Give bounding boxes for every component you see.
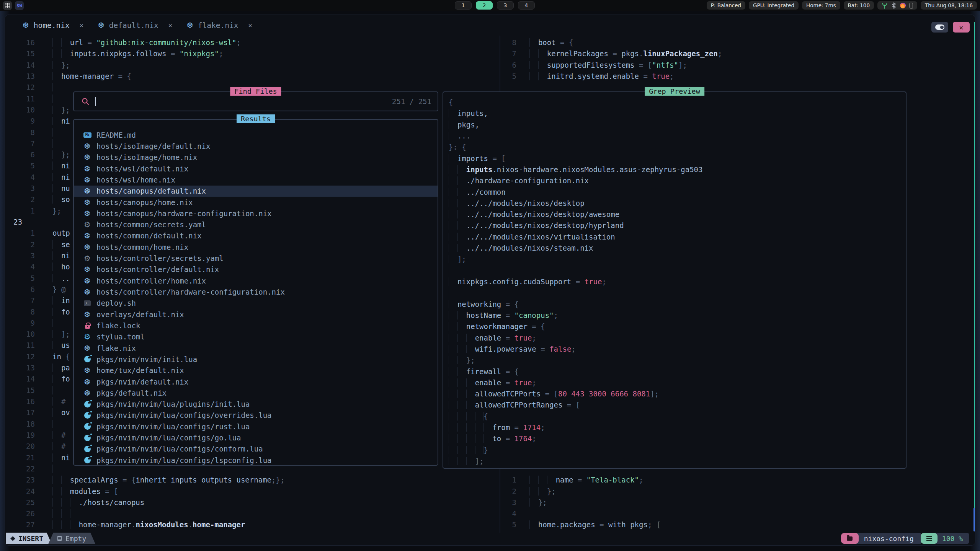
line-number: 22 [5, 463, 37, 474]
line-number: 8 [5, 306, 37, 318]
gear-glyph: ⚙ [84, 221, 91, 228]
progress-value: 100 % [934, 533, 969, 544]
result-item[interactable]: ⚙stylua.toml [74, 331, 438, 342]
code-text: in [52, 295, 70, 306]
scrollbar-track[interactable] [974, 22, 975, 530]
sign-column [37, 474, 52, 486]
line-number: 10 [5, 329, 37, 340]
code-line: 3 }; [500, 497, 975, 508]
code-text [52, 82, 61, 93]
result-item[interactable]: ❆hosts/isoImage/default.nix [74, 140, 438, 152]
sign-column [37, 37, 52, 48]
lua-glyph [84, 446, 91, 452]
result-item[interactable]: pkgs/nvim/nvim/init.lua [74, 354, 438, 365]
result-item[interactable]: pkgs/nvim/nvim/lua/configs/overrides.lua [74, 410, 438, 421]
result-item[interactable]: ❯_deploy.sh [74, 298, 438, 309]
result-item[interactable]: ❆pkgs/default.nix [74, 387, 438, 398]
sign-column [37, 385, 52, 396]
result-item[interactable]: ❆home/tux/default.nix [74, 365, 438, 376]
result-item[interactable]: pkgs/nvim/nvim/lua/configs/go.lua [74, 432, 438, 443]
code-text: }; [529, 497, 547, 508]
result-item[interactable]: ❆overlays/default.nix [74, 309, 438, 320]
workspace-button-3[interactable]: 3 [497, 1, 514, 10]
statusline: INSERT Empty nixos-config 100 % [6, 533, 974, 544]
result-filename: pkgs/nvim/nvim/init.lua [96, 355, 197, 364]
result-item[interactable]: M↓README.md [74, 129, 438, 140]
code-text: ni [52, 160, 70, 171]
result-item[interactable]: ❆hosts/canopus/hardware-configuration.ni… [74, 208, 438, 219]
result-item[interactable]: ❆hosts/common/default.nix [74, 230, 438, 241]
toggle-button[interactable] [931, 22, 948, 33]
result-item[interactable]: ❆flake.nix [74, 342, 438, 354]
tab-close-button[interactable]: ✕ [168, 21, 172, 29]
line-number: 4 [5, 261, 37, 272]
sign-column [37, 441, 52, 452]
nix-icon: ❆ [83, 367, 91, 374]
scrollbar-thumb[interactable] [973, 508, 975, 531]
result-item[interactable]: flake.lock [74, 320, 438, 331]
gear-gray-icon: ⚙ [83, 221, 91, 228]
lua-icon [83, 356, 91, 362]
tab-label: home.nix [34, 21, 70, 30]
result-item[interactable]: ❆hosts/canopus/default.nix [74, 186, 438, 197]
app-launcher-button[interactable] [3, 1, 12, 10]
bluetooth-icon[interactable] [892, 2, 896, 9]
workspace-button-2[interactable]: 2 [476, 1, 493, 10]
result-item[interactable]: ❆hosts/controller/hardware-configuration… [74, 286, 438, 297]
topbar-left: $W [3, 1, 24, 10]
tab-home.nix[interactable]: ❆home.nix✕ [23, 21, 83, 30]
result-item[interactable]: ❆hosts/controller/default.nix [74, 264, 438, 275]
code-text: }; [529, 486, 556, 497]
result-item[interactable]: pkgs/nvim/nvim/lua/plugins/init.lua [74, 399, 438, 410]
line-number: 5 [5, 273, 37, 284]
result-item[interactable]: ❆hosts/wsl/default.nix [74, 163, 438, 174]
result-item[interactable]: ❆hosts/canopus/home.nix [74, 197, 438, 208]
result-filename: pkgs/nvim/nvim/lua/configs/go.lua [96, 434, 241, 442]
result-item[interactable]: pkgs/nvim/nvim/lua/configs/rust.lua [74, 421, 438, 432]
media-icon[interactable] [900, 3, 906, 8]
result-item[interactable]: ❆hosts/common/home.nix [74, 241, 438, 253]
tab-default.nix[interactable]: ❆default.nix✕ [98, 21, 172, 30]
lua-glyph [84, 423, 91, 430]
network-icon[interactable] [882, 2, 888, 9]
result-filename: overlays/default.nix [96, 310, 184, 319]
tab-flake.nix[interactable]: ❆flake.nix✕ [187, 21, 252, 30]
code-line: 16 url = "github:nix-community/nixos-wsl… [5, 37, 500, 48]
folder-icon [847, 536, 853, 541]
tab-close-button[interactable]: ✕ [248, 21, 252, 29]
line-number: 5 [5, 160, 37, 171]
result-item[interactable]: pkgs/nvim/nvim/lua/configs/lspconfig.lua [74, 455, 438, 466]
code-text: # [52, 441, 65, 452]
bufferline: ❆home.nix✕❆default.nix✕❆flake.nix✕ ✕ [5, 15, 975, 36]
result-item[interactable]: ❆hosts/controller/home.nix [74, 275, 438, 286]
battery-pill: Bat: 100 [844, 1, 874, 10]
result-item[interactable]: ❆pkgs/nvim/default.nix [74, 376, 438, 387]
sign-column [37, 160, 52, 171]
nix-icon: ❆ [83, 266, 91, 273]
line-number: 2 [500, 486, 519, 497]
line-number: 6 [5, 149, 37, 160]
result-item[interactable]: ⚙hosts/common/secrets.yaml [74, 219, 438, 230]
phone-icon[interactable] [910, 3, 913, 8]
line-number: 27 [5, 519, 37, 530]
result-item[interactable]: ❆hosts/wsl/home.nix [74, 174, 438, 185]
sign-column [519, 60, 529, 71]
code-text: ./hosts/canopus [52, 497, 144, 508]
result-item[interactable]: pkgs/nvim/nvim/lua/configs/conform.lua [74, 443, 438, 455]
terminal-badge[interactable]: $W [15, 1, 24, 10]
line-number: 15 [5, 385, 37, 396]
close-button[interactable]: ✕ [953, 22, 970, 33]
preview-line: firewall = { [449, 366, 906, 377]
nix-icon: ❆ [83, 232, 91, 240]
workspace-button-1[interactable]: 1 [455, 1, 472, 10]
code-text: initrd.systemd.enable = true; [529, 71, 674, 82]
result-item[interactable]: ❆hosts/isoImage/home.nix [74, 152, 438, 163]
nix-glyph: ❆ [84, 344, 91, 352]
code-text: ni [52, 452, 70, 463]
workspace-button-4[interactable]: 4 [518, 1, 535, 10]
result-item[interactable]: ⚙hosts/controller/secrets.yaml [74, 253, 438, 264]
code-line: 13 home-manager = { [5, 71, 500, 82]
sign-column [37, 228, 52, 239]
tab-close-button[interactable]: ✕ [80, 21, 83, 29]
line-number: 23 [5, 217, 37, 228]
